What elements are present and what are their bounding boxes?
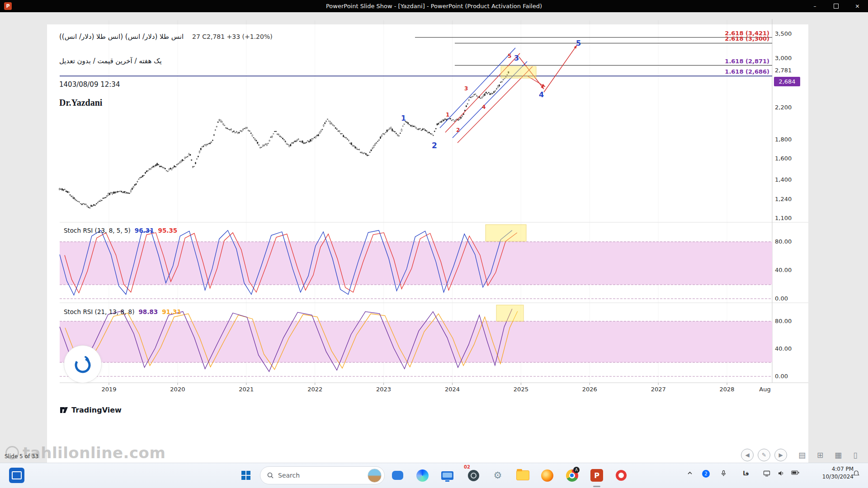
taskbar-display-app[interactable]	[439, 467, 455, 483]
tradingview-label: TradingView	[71, 406, 122, 414]
symbol-title: انس طلا (دلار/ انس) (انس طلا (دلار/ انس)…	[59, 33, 184, 41]
grid-view-button[interactable]: ⊞	[815, 450, 826, 460]
stoch1-k-value: 96.31	[135, 227, 154, 234]
reading-view-button[interactable]: ▦	[833, 450, 844, 460]
stoch2-name: Stoch RSI (21, 13, 8, 8)	[64, 308, 134, 315]
restore-icon	[834, 4, 839, 9]
search-placeholder: Search	[278, 472, 368, 479]
slideshow-view-button[interactable]: ▯	[850, 450, 861, 460]
taskbar-settings-app[interactable]: ⚙	[490, 467, 506, 483]
cast-icon[interactable]	[762, 470, 771, 477]
current-price-badge: 2,684	[774, 77, 800, 86]
symbol-header: انس طلا (دلار/ انس) (انس طلا (دلار/ انس)…	[59, 33, 273, 41]
datetime-line: 1403/08/09 12:34	[59, 80, 120, 89]
minimize-button[interactable]: –	[804, 0, 826, 12]
logo-glyph-icon	[71, 353, 94, 375]
powerpoint-titlebar-icon: P	[4, 2, 12, 10]
taskbar-recorder-app[interactable]	[465, 467, 481, 483]
language-indicator[interactable]: فا	[741, 470, 751, 477]
presenter-app-icon[interactable]	[9, 468, 24, 483]
stoch1-name: Stoch RSI (13, 8, 5, 5)	[64, 227, 131, 234]
battery-icon[interactable]	[790, 470, 800, 475]
tray-chevron-up-icon[interactable]	[685, 470, 694, 476]
timeframe-line: یک هفته / آخرین قیمت / بدون تعدیل	[59, 57, 162, 65]
stoch2-d-value: 91.31	[162, 308, 181, 315]
tray-date: 10/30/2024	[822, 473, 854, 481]
restore-button[interactable]	[826, 0, 847, 12]
taskbar-chat-app[interactable]	[389, 467, 406, 483]
record-icon	[616, 470, 627, 481]
slide-counter: Slide 5 of 33	[5, 453, 38, 460]
slideshow-annotate-button[interactable]: ✎	[758, 449, 770, 461]
stoch1-d-value: 95.35	[158, 227, 178, 234]
author-name: Dr.Yazdani	[59, 98, 102, 108]
microphone-icon[interactable]	[719, 470, 727, 477]
stoch2-k-value: 98.83	[138, 308, 158, 315]
timeframe-text: یک هفته / آخرین قیمت / بدون تعدیل	[59, 57, 162, 65]
powerpoint-icon: P	[590, 469, 603, 482]
taskbar	[0, 463, 868, 488]
recorder-icon	[468, 470, 479, 481]
taskbar-firefox-app[interactable]	[539, 467, 555, 483]
tray-time: 4:07 PM	[822, 465, 854, 473]
search-input[interactable]: Search	[260, 466, 385, 484]
stoch-rsi-1-title: Stoch RSI (13, 8, 5, 5)96.3195.35	[64, 227, 177, 234]
slideshow-next-button[interactable]: ▶	[774, 449, 787, 461]
window-title: PowerPoint Slide Show - [Yazdani] - Powe…	[0, 3, 868, 9]
notification-bell-icon[interactable]	[852, 470, 861, 477]
stoch-rsi-2-title: Stoch RSI (21, 13, 8, 8)98.8391.31	[64, 308, 181, 315]
search-icon	[267, 472, 274, 479]
channel-logo	[64, 345, 102, 383]
close-button[interactable]: ✕	[847, 0, 868, 12]
slide-canvas	[47, 24, 808, 475]
firefox-icon	[541, 469, 553, 482]
file-explorer-icon	[516, 470, 529, 480]
tray-clock[interactable]: 4:07 PM 10/30/2024	[822, 465, 854, 481]
taskbar-powerpoint-app[interactable]: P	[589, 467, 605, 483]
chrome-profile-badge: A	[573, 467, 580, 473]
recorder-count-badge: 02	[464, 465, 470, 469]
ohlc-values: 27 C2,781 +33 (+1.20%)	[192, 33, 273, 40]
badge-count: 2	[702, 470, 710, 478]
slideshow-prev-button[interactable]: ◀	[741, 449, 754, 461]
volume-icon[interactable]	[776, 470, 785, 477]
slideshow-background	[0, 12, 868, 463]
taskbar-file-explorer-app[interactable]	[514, 467, 531, 483]
tray-notification-badge[interactable]: 2	[702, 470, 710, 478]
chat-icon	[392, 471, 403, 480]
tradingview-logo-icon	[59, 405, 68, 414]
window-titlebar: P PowerPoint Slide Show - [Yazdani] - Po…	[0, 0, 868, 12]
start-button[interactable]	[237, 466, 255, 484]
edge-icon	[416, 469, 429, 482]
notes-view-button[interactable]: ▤	[797, 450, 807, 460]
gear-icon: ⚙	[494, 471, 502, 480]
tradingview-brand: TradingView	[59, 405, 122, 414]
active-app-indicator	[593, 486, 600, 487]
windows-logo-icon	[241, 470, 251, 480]
watermark-text: tahlilonline.com	[23, 444, 165, 462]
display-icon	[441, 471, 453, 480]
taskbar-edge-app[interactable]	[414, 467, 430, 483]
taskbar-record-app[interactable]	[613, 467, 629, 483]
bing-daily-image-icon[interactable]	[368, 469, 382, 483]
